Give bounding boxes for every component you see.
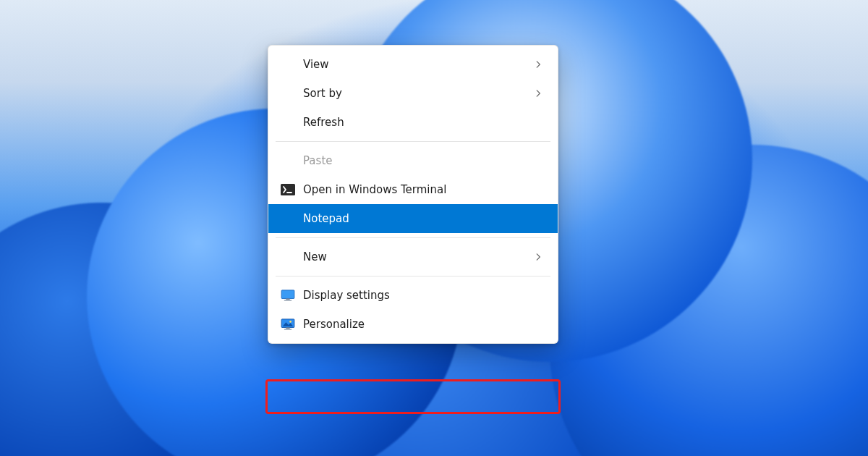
menu-item-label: New (303, 250, 533, 263)
icon-empty (278, 86, 297, 101)
icon-empty (278, 211, 297, 226)
menu-item-label: Open in Windows Terminal (303, 183, 543, 196)
menu-item-label: Notepad (303, 212, 543, 225)
icon-empty (278, 153, 297, 168)
menu-separator (276, 141, 550, 142)
svg-rect-4 (284, 300, 292, 301)
icon-empty (278, 57, 297, 72)
menu-item-label: View (303, 58, 533, 71)
menu-separator (276, 276, 550, 276)
svg-rect-2 (281, 290, 294, 299)
menu-item-label: Personalize (303, 318, 543, 331)
menu-item-label: Display settings (303, 289, 543, 302)
svg-rect-3 (286, 298, 289, 300)
svg-rect-8 (284, 329, 292, 330)
chevron-right-icon (533, 252, 543, 262)
terminal-icon (278, 182, 297, 197)
menu-separator (276, 237, 550, 238)
chevron-right-icon (533, 59, 543, 69)
svg-point-6 (289, 321, 292, 323)
menu-item-paste: Paste (271, 146, 555, 175)
menu-item-label: Refresh (303, 116, 543, 129)
chevron-right-icon (533, 88, 543, 98)
icon-empty (278, 115, 297, 130)
menu-item-label: Paste (303, 154, 543, 167)
menu-item-label: Sort by (303, 87, 533, 100)
desktop-context-menu: View Sort by Refresh Paste (268, 45, 558, 344)
menu-item-display-settings[interactable]: Display settings (271, 281, 555, 310)
svg-rect-5 (281, 319, 294, 328)
personalize-icon (278, 317, 297, 332)
menu-item-new[interactable]: New (271, 242, 555, 271)
menu-item-personalize[interactable]: Personalize (271, 310, 555, 339)
menu-item-view[interactable]: View (271, 50, 555, 79)
menu-item-open-terminal[interactable]: Open in Windows Terminal (271, 175, 555, 204)
svg-rect-0 (281, 184, 295, 195)
menu-item-sort-by[interactable]: Sort by (271, 79, 555, 108)
menu-item-refresh[interactable]: Refresh (271, 108, 555, 137)
svg-rect-7 (286, 327, 289, 329)
desktop-wallpaper[interactable]: View Sort by Refresh Paste (0, 0, 868, 456)
display-settings-icon (278, 288, 297, 303)
icon-empty (278, 250, 297, 264)
menu-item-notepad[interactable]: Notepad (268, 204, 558, 233)
